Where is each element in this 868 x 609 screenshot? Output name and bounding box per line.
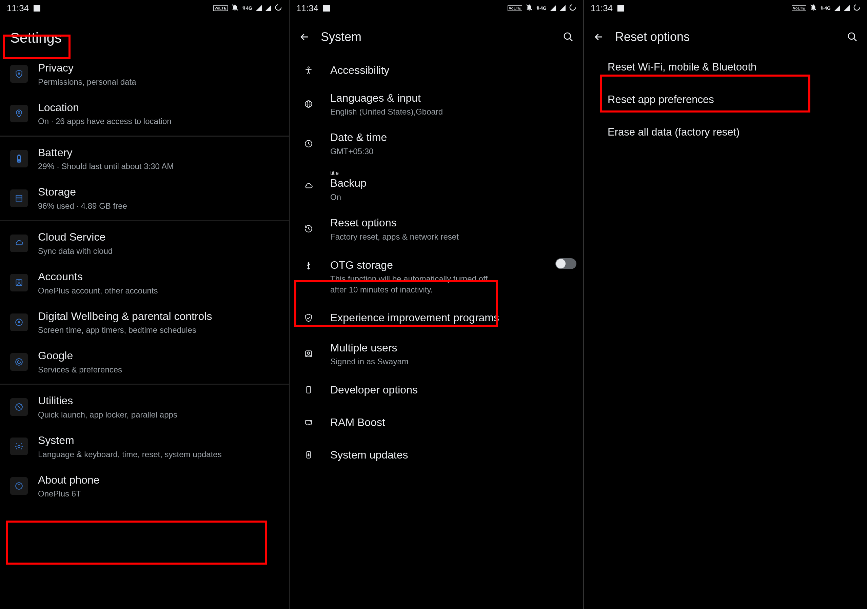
item-title: Multiple users	[330, 341, 577, 355]
reset-item-app-prefs[interactable]: Reset app preferences	[584, 83, 867, 116]
phone-dev-icon	[302, 383, 315, 396]
svg-point-2	[18, 73, 20, 74]
settings-item-location[interactable]: Location On · 26 apps have access to loc…	[0, 94, 289, 133]
download-icon	[302, 449, 315, 461]
notification-indicator-icon	[617, 5, 624, 11]
item-title: Reset app preferences	[608, 93, 857, 107]
status-time: 11:34	[296, 3, 318, 14]
accessibility-icon	[302, 64, 315, 77]
network-4g-icon: 4G	[242, 5, 252, 11]
settings-item-about[interactable]: About phone OnePlus 6T	[0, 466, 289, 506]
svg-point-36	[854, 5, 860, 10]
page-title: Reset options	[615, 30, 836, 44]
system-item-datetime[interactable]: Date & time GMT+05:30	[290, 124, 583, 163]
cloud-icon	[302, 180, 315, 193]
item-title: About phone	[38, 473, 282, 487]
item-subtitle: On · 26 apps have access to location	[38, 116, 282, 127]
system-item-users[interactable]: Multiple users Signed in as Swayam	[290, 334, 583, 374]
globe-icon	[302, 98, 315, 110]
reset-item-factory[interactable]: Erase all data (factory reset)	[584, 116, 867, 148]
item-subtitle: English (United States),Gboard	[330, 107, 577, 117]
divider	[0, 383, 289, 385]
settings-item-system[interactable]: System Language & keyboard, time, reset,…	[0, 427, 289, 466]
system-item-languages[interactable]: Languages & input English (United States…	[290, 84, 583, 124]
volte-icon: VoLTE	[792, 5, 807, 11]
item-title: System updates	[330, 448, 577, 462]
system-item-accessibility[interactable]: Accessibility	[290, 51, 583, 84]
status-time: 11:34	[591, 3, 613, 14]
system-item-experience[interactable]: Experience improvement programs	[290, 301, 583, 334]
item-subtitle: This function will be automatically turn…	[330, 274, 500, 295]
svg-line-38	[854, 38, 857, 41]
settings-item-privacy[interactable]: Privacy Permissions, personal data	[0, 54, 289, 94]
signal-icon	[256, 5, 262, 11]
highlight-box	[6, 521, 267, 564]
item-title: Location	[38, 100, 282, 115]
svg-rect-6	[18, 159, 20, 162]
otg-toggle[interactable]	[555, 258, 577, 269]
notification-indicator-icon	[34, 5, 40, 11]
settings-item-battery[interactable]: Battery 29% - Should last until about 3:…	[0, 139, 289, 179]
system-item-developer[interactable]: Developer options	[290, 374, 583, 406]
item-subtitle: 29% - Should last until about 3:30 AM	[38, 161, 282, 172]
status-bar: 11:34 VoLTE 4G	[290, 0, 583, 16]
svg-rect-7	[16, 195, 22, 201]
reset-item-network[interactable]: Reset Wi-Fi, mobile & Bluetooth	[584, 51, 867, 83]
item-title: Experience improvement programs	[330, 311, 577, 325]
search-button[interactable]	[846, 30, 859, 44]
signal-icon-2	[560, 5, 566, 11]
battery-icon	[10, 150, 28, 167]
item-title: Accessibility	[330, 63, 577, 77]
wellbeing-icon	[10, 314, 28, 331]
svg-point-3	[18, 111, 20, 113]
google-icon	[10, 353, 28, 371]
network-4g-icon: 4G	[536, 5, 547, 11]
screen-reset-options: 11:34 VoLTE 4G Reset options Reset Wi-Fi…	[584, 0, 867, 609]
settings-item-google[interactable]: Google Services & preferences	[0, 342, 289, 382]
system-item-otg[interactable]: OTG storage This function will be automa…	[290, 249, 583, 301]
status-bar: 11:34 VoLTE 4G	[584, 0, 867, 16]
settings-item-utilities[interactable]: Utilities Quick launch, app locker, para…	[0, 387, 289, 427]
loading-ring-icon	[853, 3, 860, 14]
back-button[interactable]	[298, 30, 311, 44]
svg-point-21	[570, 5, 576, 10]
item-title: Erase all data (factory reset)	[608, 125, 857, 139]
cloud-icon	[10, 235, 28, 252]
network-4g-icon: 4G	[820, 5, 831, 11]
pin-icon	[10, 105, 28, 122]
item-subtitle: GMT+05:30	[330, 146, 577, 156]
signal-icon-2	[843, 5, 850, 11]
divider	[0, 136, 289, 137]
svg-point-31	[307, 352, 310, 354]
item-subtitle: Quick launch, app locker, parallel apps	[38, 410, 282, 420]
back-button[interactable]	[592, 30, 606, 44]
item-title: Languages & input	[330, 91, 577, 105]
settings-item-cloud[interactable]: Cloud Service Sync data with cloud	[0, 223, 289, 263]
volte-icon: VoLTE	[508, 5, 522, 11]
settings-item-wellbeing[interactable]: Digital Wellbeing & parental controls Sc…	[0, 303, 289, 342]
usb-icon	[302, 260, 315, 272]
notification-indicator-icon	[323, 5, 330, 11]
item-subtitle: Signed in as Swayam	[330, 356, 577, 367]
item-title: Reset Wi-Fi, mobile & Bluetooth	[608, 60, 857, 74]
item-title: System	[38, 433, 282, 448]
users-icon	[302, 348, 315, 360]
signal-icon	[834, 5, 840, 11]
item-title: Google	[38, 349, 282, 363]
page-header: Settings	[0, 16, 289, 54]
svg-point-24	[308, 67, 309, 68]
system-item-updates[interactable]: System updates	[290, 439, 583, 471]
svg-point-16	[18, 445, 20, 448]
settings-item-accounts[interactable]: Accounts OnePlus account, other accounts	[0, 263, 289, 303]
storage-icon	[10, 189, 28, 207]
item-title: Storage	[38, 185, 282, 199]
item-subtitle: Factory reset, apps & network reset	[330, 232, 577, 242]
system-item-ram[interactable]: RAM Boost	[290, 406, 583, 439]
item-subtitle: OnePlus 6T	[38, 488, 282, 499]
search-button[interactable]	[561, 30, 575, 44]
settings-item-storage[interactable]: Storage 96% used · 4.89 GB free	[0, 178, 289, 218]
status-bar: 11:34 VoLTE 4G	[0, 0, 289, 16]
system-item-reset[interactable]: Reset options Factory reset, apps & netw…	[290, 209, 583, 249]
page-header: Reset options	[584, 16, 867, 51]
system-item-backup[interactable]: titleBackup On	[290, 163, 583, 209]
